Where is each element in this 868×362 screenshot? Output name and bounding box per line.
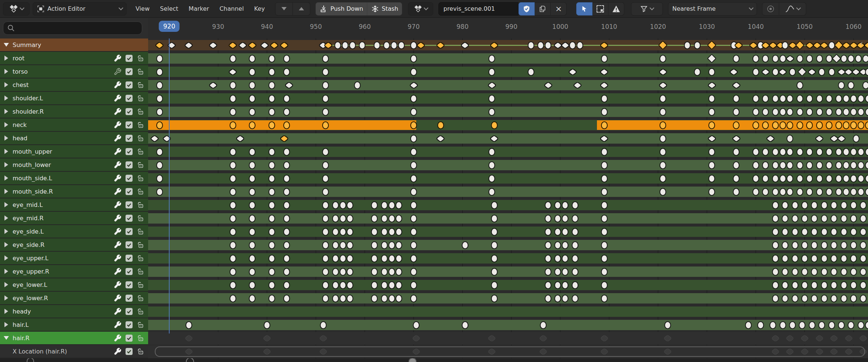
keyframe[interactable] bbox=[249, 55, 256, 63]
keyframe[interactable] bbox=[835, 95, 842, 103]
keyframe[interactable] bbox=[268, 68, 275, 76]
unlock-icon[interactable] bbox=[137, 308, 144, 315]
keyframe[interactable] bbox=[821, 215, 828, 222]
keyframe[interactable] bbox=[792, 281, 798, 289]
keyframe[interactable] bbox=[283, 228, 290, 236]
keyframe[interactable] bbox=[816, 108, 823, 116]
keyframe[interactable] bbox=[853, 135, 859, 143]
keyframe-lane-summary[interactable] bbox=[148, 38, 868, 52]
keyframe[interactable] bbox=[462, 321, 468, 329]
keyframe[interactable] bbox=[410, 95, 417, 103]
keyframe[interactable] bbox=[782, 215, 788, 222]
expand-icon[interactable] bbox=[2, 189, 10, 194]
keyframe[interactable] bbox=[826, 55, 832, 63]
keyframe[interactable] bbox=[230, 255, 236, 262]
keyframe[interactable] bbox=[156, 95, 163, 103]
keyframe[interactable] bbox=[488, 108, 495, 116]
keyframe[interactable] bbox=[831, 255, 837, 262]
keyframe-lane-torso[interactable] bbox=[148, 65, 868, 78]
keyframe[interactable] bbox=[801, 241, 808, 249]
keyframe[interactable] bbox=[752, 68, 759, 76]
keyframe[interactable] bbox=[821, 281, 828, 289]
keyframe[interactable] bbox=[283, 161, 290, 169]
keyframe[interactable] bbox=[347, 228, 353, 236]
keyframe[interactable] bbox=[562, 268, 568, 276]
keyframe[interactable] bbox=[249, 121, 256, 129]
keyframe[interactable] bbox=[826, 121, 832, 129]
keyframe[interactable] bbox=[537, 41, 544, 49]
fake-user-toggle[interactable] bbox=[518, 2, 535, 16]
keyframe[interactable] bbox=[772, 268, 779, 276]
wrench-icon[interactable] bbox=[114, 188, 121, 195]
keyframe[interactable] bbox=[371, 215, 378, 222]
channel-row-neck[interactable]: neck bbox=[0, 118, 148, 131]
keyframe-lane-shoulder-r[interactable] bbox=[148, 105, 868, 118]
keyframe[interactable] bbox=[230, 281, 236, 289]
unlock-icon[interactable] bbox=[137, 241, 144, 249]
keyframe[interactable] bbox=[826, 148, 832, 156]
channel-enable-checkbox[interactable] bbox=[126, 81, 133, 88]
keyframe[interactable] bbox=[789, 68, 796, 76]
keyframe[interactable] bbox=[831, 268, 837, 276]
keyframe[interactable] bbox=[554, 228, 561, 236]
keyframe-lane-eye-mid-l[interactable] bbox=[148, 198, 868, 212]
wrench-icon[interactable] bbox=[114, 294, 121, 302]
keyframe[interactable] bbox=[779, 95, 786, 103]
keyframe[interactable] bbox=[283, 295, 290, 302]
expand-icon[interactable] bbox=[2, 149, 10, 154]
wrench-icon[interactable] bbox=[114, 228, 121, 235]
keyframe[interactable] bbox=[789, 321, 796, 329]
keyframe[interactable] bbox=[601, 148, 608, 156]
channel-row-heady[interactable]: heady bbox=[0, 305, 148, 318]
keyframe[interactable] bbox=[391, 41, 397, 49]
unlock-icon[interactable] bbox=[137, 134, 144, 142]
keyframe[interactable] bbox=[601, 255, 608, 262]
keyframe[interactable] bbox=[816, 175, 823, 182]
channel-row-mouth-upper[interactable]: mouth_upper bbox=[0, 145, 148, 158]
keyframe[interactable] bbox=[554, 281, 561, 289]
keyframe[interactable] bbox=[268, 241, 275, 249]
unlock-icon[interactable] bbox=[137, 94, 144, 102]
keyframe[interactable] bbox=[283, 95, 290, 103]
keyframe[interactable] bbox=[779, 175, 786, 182]
keyframe[interactable] bbox=[835, 161, 842, 169]
wrench-icon[interactable] bbox=[114, 108, 121, 115]
channel-enable-checkbox[interactable] bbox=[126, 95, 133, 102]
keyframe[interactable] bbox=[848, 55, 854, 63]
keyframe[interactable] bbox=[816, 121, 823, 129]
channel-enable-checkbox[interactable] bbox=[126, 161, 133, 168]
keyframe[interactable] bbox=[816, 55, 823, 63]
wrench-icon[interactable] bbox=[114, 241, 121, 249]
keyframe[interactable] bbox=[797, 188, 803, 196]
keyframe[interactable] bbox=[156, 108, 163, 116]
keyframe[interactable] bbox=[410, 241, 417, 249]
expand-icon[interactable] bbox=[2, 69, 10, 74]
keyframe[interactable] bbox=[835, 121, 842, 129]
keyframe[interactable] bbox=[395, 201, 402, 209]
expand-icon[interactable] bbox=[2, 242, 10, 247]
keyframe[interactable] bbox=[374, 41, 380, 49]
keyframe[interactable] bbox=[708, 68, 715, 76]
keyframe[interactable] bbox=[733, 108, 740, 116]
keyframe[interactable] bbox=[528, 68, 534, 76]
keyframe[interactable] bbox=[340, 255, 346, 262]
editor-type-dropdown[interactable] bbox=[3, 2, 30, 16]
expand-icon[interactable] bbox=[2, 309, 10, 314]
keyframe-area[interactable]: ‹ bbox=[148, 38, 868, 358]
keyframe[interactable] bbox=[762, 121, 769, 129]
keyframe[interactable] bbox=[772, 148, 779, 156]
keyframe[interactable] bbox=[554, 241, 561, 249]
keyframe[interactable] bbox=[249, 241, 256, 249]
keyframe[interactable] bbox=[821, 241, 828, 249]
selection-only-toggle[interactable] bbox=[576, 2, 592, 16]
keyframe[interactable] bbox=[694, 41, 701, 49]
keyframe[interactable] bbox=[801, 268, 808, 276]
channel-row-x-location-hair-r-[interactable]: X Location (hair.R) bbox=[0, 345, 148, 358]
keyframe[interactable] bbox=[268, 81, 275, 89]
expand-icon[interactable] bbox=[2, 295, 10, 301]
move-channel-down-button[interactable] bbox=[275, 2, 293, 16]
wrench-icon[interactable] bbox=[114, 334, 121, 342]
keyframe[interactable] bbox=[410, 108, 417, 116]
keyframe[interactable] bbox=[779, 188, 786, 196]
keyframe[interactable] bbox=[779, 148, 786, 156]
